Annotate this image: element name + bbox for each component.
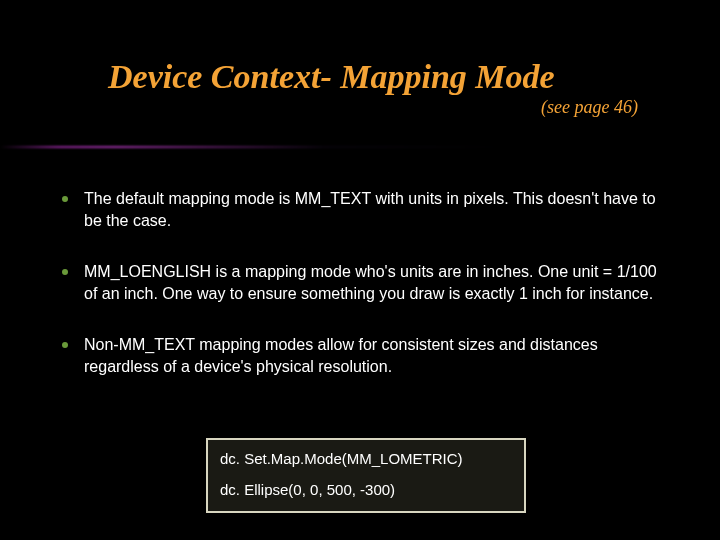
code-line: dc. Set.Map.Mode(MM_LOMETRIC) <box>220 448 512 471</box>
code-line: dc. Ellipse(0, 0, 500, -300) <box>220 479 512 502</box>
bullet-item: The default mapping mode is MM_TEXT with… <box>62 188 660 231</box>
content-area: The default mapping mode is MM_TEXT with… <box>62 188 660 408</box>
slide: Device Context- Mapping Mode (see page 4… <box>0 0 720 540</box>
code-box: dc. Set.Map.Mode(MM_LOMETRIC) dc. Ellips… <box>206 438 526 513</box>
bullet-item: MM_LOENGLISH is a mapping mode who's uni… <box>62 261 660 304</box>
bullet-dot-icon <box>62 196 68 202</box>
bullet-dot-icon <box>62 269 68 275</box>
bullet-text: The default mapping mode is MM_TEXT with… <box>84 188 660 231</box>
slide-title: Device Context- Mapping Mode <box>0 0 720 95</box>
bullet-text: MM_LOENGLISH is a mapping mode who's uni… <box>84 261 660 304</box>
bullet-item: Non-MM_TEXT mapping modes allow for cons… <box>62 334 660 377</box>
divider-gradient <box>0 140 720 156</box>
slide-subtitle: (see page 46) <box>0 95 720 118</box>
bullet-text: Non-MM_TEXT mapping modes allow for cons… <box>84 334 660 377</box>
bullet-dot-icon <box>62 342 68 348</box>
